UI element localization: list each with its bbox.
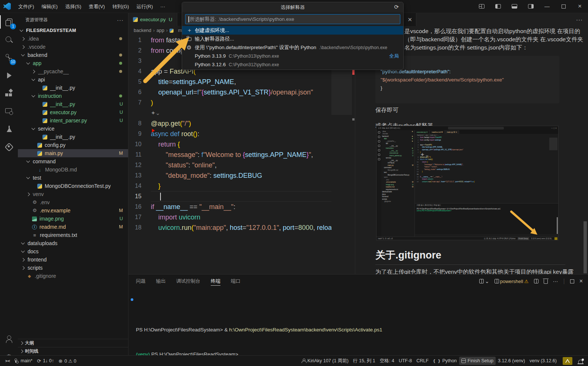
code-line[interactable]: ✦⌄	[128, 108, 331, 118]
tree-item-instruction[interactable]: instruction	[18, 92, 128, 100]
activity-account[interactable]	[0, 330, 18, 348]
maximize-panel-button[interactable]	[570, 279, 574, 283]
tree-item-service[interactable]: service	[18, 125, 128, 133]
quickpick-item[interactable]: ＋创建虚拟环境...	[182, 26, 403, 35]
tree-item-intent-parser-py[interactable]: intent_parser.pyU	[18, 116, 128, 125]
code-line[interactable]: 7)	[128, 97, 331, 108]
maximize-button[interactable]	[555, 0, 572, 13]
panel-tab-终端[interactable]: 终端	[211, 274, 220, 288]
quickpick-item[interactable]: Python 3.12.6C:\Python312\python.exe	[182, 60, 403, 69]
refresh-icon[interactable]: ⟳	[394, 4, 399, 10]
menu-item[interactable]: 运行(R)	[133, 0, 156, 13]
status-item-kiriaky-107-1-[interactable]: KiriAky 107 (1 周前)	[299, 357, 351, 365]
code-line[interactable]: 8@app.get("/")	[128, 118, 331, 129]
tree-item-readme-md[interactable]: ireadme.mdM	[18, 223, 128, 231]
quickpick-item[interactable]: Python 3.13.9C:\Python313\python.exe全局	[182, 52, 403, 60]
tree-item-mongodbconnectiontest-py[interactable]: MongoDBConnectionTest.py	[18, 182, 128, 190]
status-item-crlf[interactable]: CRLF	[414, 357, 431, 365]
global-link[interactable]: 全局	[389, 53, 399, 60]
tree-item-requirements-txt[interactable]: ≡requirements.txt	[18, 231, 128, 239]
menu-item[interactable]: 文件(F)	[15, 0, 38, 13]
tree-item--init-py[interactable]: __init__.pyU	[18, 100, 128, 108]
breadcrumb-item[interactable]: app	[156, 28, 164, 33]
status-item-finish-setup[interactable]: Finish Setup	[459, 357, 496, 365]
tree-item-data-uploads[interactable]: data\uploads	[18, 239, 128, 247]
menu-item[interactable]: 转到(G)	[109, 0, 133, 13]
code-line[interactable]: 6 openapi_url=f"{settings.API_V1_STR}/op…	[128, 87, 331, 97]
activity-extensions[interactable]	[0, 84, 18, 102]
toggle-secondary-sidebar-button[interactable]	[522, 0, 539, 13]
tree-item--gitignore[interactable]: ◆.gitignore	[18, 272, 128, 280]
terminal-instance-item[interactable]: powershell⚠	[495, 279, 529, 284]
panel-tab-调试控制台[interactable]: 调试控制台	[176, 274, 200, 288]
split-terminal-button[interactable]	[534, 279, 538, 283]
panel-tab-问题[interactable]: 问题	[136, 274, 146, 288]
code-line[interactable]: 17 import uvicorn	[128, 212, 331, 222]
more-actions-icon[interactable]: ···	[553, 278, 558, 284]
quickpick-item[interactable]: ⚙使用 \"python.defaultInterpreterPath\" 设置…	[182, 43, 403, 52]
status-item--15-1[interactable]: 行 15, 列 1	[351, 357, 378, 365]
status-item[interactable]: main*	[12, 357, 35, 365]
layout-customize-button[interactable]	[473, 0, 490, 13]
preview-scrollbar[interactable]	[584, 221, 587, 273]
tree-item-config-py[interactable]: config.py	[18, 141, 128, 149]
kill-terminal-button[interactable]	[544, 279, 548, 284]
tree-item-executor-py[interactable]: executor.pyU	[18, 108, 128, 116]
code-line[interactable]: 16if __name__ == "__main__":	[128, 202, 331, 212]
panel-tab-输出[interactable]: 输出	[156, 274, 166, 288]
code-line[interactable]: 13 "debug_mode": settings.DEBUG	[128, 170, 331, 181]
menu-item[interactable]: 查看(V)	[85, 0, 108, 13]
toggle-sidebar-button[interactable]	[490, 0, 506, 13]
tree-item-command[interactable]: command	[18, 157, 128, 166]
tree-root[interactable]: FILESREADSYSTEAM	[18, 26, 128, 35]
tree-item-venv[interactable]: venv	[18, 190, 128, 198]
tree-item--init-py[interactable]: __init__.py	[18, 133, 128, 141]
code-line[interactable]: 9async def root():	[128, 129, 331, 139]
menu-item[interactable]: 选择(S)	[61, 0, 85, 13]
status-item--4[interactable]: 空格: 4	[378, 357, 397, 365]
status-item-venv-3-12-6-[interactable]: venv (3.12.6)	[527, 357, 559, 365]
status-item-gold[interactable]	[559, 357, 576, 365]
quickpick-item[interactable]: 输入解释器路径...	[182, 35, 403, 43]
status-item-utf-8[interactable]: UTF-8	[397, 357, 414, 365]
tree-item-main-py[interactable]: main.pyM	[18, 149, 128, 157]
menu-item[interactable]: 编辑(E)	[38, 0, 61, 13]
activity-extension-knot[interactable]	[0, 138, 18, 156]
close-panel-button[interactable]: ×	[579, 278, 583, 285]
code-editor[interactable]: 1from fastapi import FastAPI2from config…	[128, 35, 331, 274]
outline-section[interactable]: 大纲	[18, 339, 128, 347]
launch-profile-button[interactable]: ⌄	[479, 278, 489, 284]
activity-source-control[interactable]: 10	[0, 49, 18, 67]
activity-testing[interactable]	[0, 120, 18, 138]
tree-item--vscode[interactable]: .vscode	[18, 43, 128, 51]
tree-item--env-example[interactable]: ⚙.env.exampleM	[18, 206, 128, 215]
status-item[interactable]: ><	[3, 357, 12, 365]
minimize-button[interactable]: —	[539, 0, 555, 13]
tree-item-test[interactable]: test	[18, 174, 128, 182]
tree-item-scripts[interactable]: scripts	[18, 264, 128, 272]
breadcrumb-item[interactable]: backend	[134, 28, 151, 33]
tree-item-docs[interactable]: docs	[18, 247, 128, 256]
tree-item--init-py[interactable]: __init__.py	[18, 84, 128, 92]
status-item[interactable]: ⟳1↓ 0↑	[35, 357, 56, 365]
code-line[interactable]: 11 "message": f"Welcome to {settings.APP…	[128, 150, 331, 160]
tab-executor-py[interactable]: executor.py U	[128, 13, 177, 26]
activity-explorer[interactable]: 1	[0, 13, 18, 31]
close-button[interactable]: ×	[572, 0, 588, 13]
tree-item-mongodb-md[interactable]: ↓MongoDB.md	[18, 166, 128, 174]
tree-item-image-png[interactable]: image.pngU	[18, 215, 128, 223]
status-item-python[interactable]: { }Python	[431, 357, 459, 365]
timeline-section[interactable]: 时间线	[18, 347, 128, 355]
editor-actions-more-icon[interactable]: ···	[576, 16, 588, 23]
tree-item--env[interactable]: ⚙.env	[18, 198, 128, 206]
tree-item--pycache-[interactable]: __pycache__	[18, 67, 128, 76]
explorer-more-icon[interactable]: ···	[117, 17, 124, 23]
activity-search[interactable]	[0, 31, 18, 49]
panel-tab-端口[interactable]: 端口	[231, 274, 241, 288]
status-item-3-12-6-venv-[interactable]: 3.12.6 (venv)	[496, 357, 527, 365]
tree-item-backend[interactable]: backend	[18, 51, 128, 59]
code-line[interactable]: 12 "status": "online",	[128, 160, 331, 170]
tree-item-api[interactable]: api	[18, 76, 128, 84]
tree-item-app[interactable]: app	[18, 59, 128, 67]
tree-item--idea[interactable]: .idea	[18, 35, 128, 43]
